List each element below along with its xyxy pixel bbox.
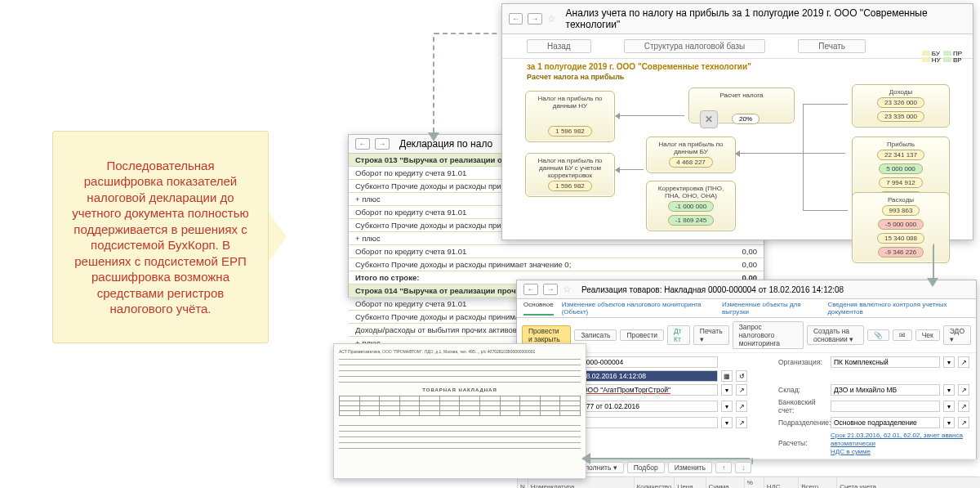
- pill-tax-bu-perm[interactable]: 1 596 982: [548, 181, 592, 191]
- box-income[interactable]: Доходы 23 326 000 23 335 000: [852, 84, 950, 128]
- legend: БУ ПР НУ ВР: [922, 50, 963, 63]
- invoice-header: ← → ☆ Реализация товаров: Накладная 0000…: [517, 280, 976, 299]
- attach-button[interactable]: 📎: [867, 329, 889, 341]
- post-button[interactable]: Провести: [620, 329, 664, 341]
- pill-income1[interactable]: 23 326 000: [877, 97, 924, 108]
- tab-changed-objects[interactable]: Измененные объекты для выгрузки: [722, 301, 819, 316]
- open-icon[interactable]: ↗: [958, 417, 969, 428]
- analysis-subtitle: Расчет налога на прибыль: [527, 73, 948, 81]
- mail-button[interactable]: ✉: [893, 329, 912, 341]
- settlements-link[interactable]: Срок 21.03.2016, 62.01, 62.02, зачет ава…: [831, 432, 963, 447]
- box-tax-bu[interactable]: Налог на прибыль по данным БУ 4 468 227: [646, 137, 736, 173]
- undo-icon[interactable]: ↺: [736, 370, 747, 382]
- nav-fwd-button[interactable]: →: [528, 13, 541, 25]
- contract-field[interactable]: [579, 401, 718, 412]
- number-field[interactable]: [579, 356, 718, 368]
- open-icon[interactable]: ↗: [736, 401, 747, 412]
- flow-arrow-icon: [581, 453, 590, 464]
- pill-tax-nu[interactable]: 1 596 982: [548, 126, 592, 137]
- flow-arrow-icon: [927, 278, 938, 287]
- contractor-field[interactable]: [579, 384, 718, 396]
- label-podr: Подразделение:: [778, 419, 827, 427]
- invoice-tabs: Основное Изменение объектов налогового м…: [517, 299, 976, 318]
- dr-cr-button[interactable]: Дт Кт: [667, 325, 690, 345]
- edo-button[interactable]: ЭДО ▾: [943, 325, 971, 345]
- print-title: ТОВАРНАЯ НАКЛАДНАЯ: [339, 387, 581, 392]
- calendar-icon[interactable]: ▦: [721, 370, 733, 382]
- bank-account-field[interactable]: [831, 401, 940, 412]
- label-calc: Расчеты:: [778, 439, 827, 447]
- date-field[interactable]: [579, 370, 718, 382]
- box-tax-nu[interactable]: Налог на прибыль по данным НУ 1 596 982: [525, 91, 615, 142]
- nav-back-button[interactable]: ←: [355, 138, 370, 150]
- create-based-on-button[interactable]: Создать на основании ▾: [807, 325, 864, 345]
- label-org: Организация:: [778, 358, 827, 366]
- open-icon[interactable]: ↗: [958, 384, 969, 396]
- post-and-close-button[interactable]: Провести и закрыть: [522, 325, 571, 345]
- dropdown-icon[interactable]: ▾: [721, 401, 733, 412]
- pill-profit3[interactable]: 7 994 912: [879, 177, 923, 188]
- open-icon[interactable]: ↗: [958, 401, 969, 412]
- pill-tax-bu[interactable]: 4 468 227: [669, 157, 713, 168]
- move-up-button[interactable]: ↑: [715, 462, 732, 473]
- box-tax-bu-perm[interactable]: Налог на прибыль по данным БУ с учетом к…: [525, 153, 615, 197]
- edit-button[interactable]: Изменить: [668, 462, 712, 473]
- dropdown-icon[interactable]: ▾: [943, 401, 955, 412]
- box-correction[interactable]: Корректировка (ПНО, ПНА, ОНО, ОНА) -1 00…: [646, 181, 736, 231]
- open-icon[interactable]: ↗: [736, 384, 747, 396]
- analysis-header: ← → ☆ Анализ учета по налогу на прибыль …: [502, 4, 973, 34]
- print-menu-button[interactable]: Печать ▾: [693, 325, 729, 345]
- dropdown-icon[interactable]: ▾: [943, 384, 955, 396]
- tax-base-structure-button[interactable]: Структура налоговой базы: [624, 39, 766, 53]
- dropdown-icon[interactable]: ▾: [721, 384, 733, 396]
- nav-fwd-button[interactable]: →: [375, 138, 390, 150]
- pill-exp2[interactable]: -5 000 000: [878, 219, 924, 230]
- callout-note: Последовательная расшифровка показателей…: [52, 131, 269, 343]
- tab-main[interactable]: Основное: [523, 301, 554, 316]
- warehouse-field[interactable]: [831, 384, 940, 396]
- analysis-toolbar: Назад Структура налоговой базы Печать: [502, 34, 973, 59]
- pill-rate[interactable]: 20%: [732, 114, 760, 124]
- dropdown-icon[interactable]: ▾: [721, 417, 733, 428]
- invoice-title: Реализация товаров: Накладная 0000-00000…: [581, 285, 844, 294]
- flow-arrow-icon: [428, 132, 439, 141]
- pill-profit1[interactable]: 22 341 137: [877, 150, 924, 160]
- callout-text: Последовательная расшифровка показателей…: [66, 158, 255, 317]
- open-icon[interactable]: ↗: [736, 417, 747, 428]
- save-button[interactable]: Записать: [574, 329, 617, 341]
- nds-link[interactable]: НДС в сумме: [831, 448, 871, 455]
- box-expense[interactable]: Расходы 993 863 -5 000 000 15 340 088 -9…: [852, 192, 950, 263]
- declaration-title: Декларация по нало: [399, 138, 492, 150]
- tab-currency-control[interactable]: Сведения валютного контроля учетных доку…: [827, 301, 969, 316]
- pill-income2[interactable]: 23 335 000: [877, 111, 924, 122]
- dropdown-icon[interactable]: ▾: [943, 417, 955, 428]
- back-button[interactable]: Назад: [527, 39, 591, 53]
- pill-corr2[interactable]: -1 869 245: [668, 215, 714, 226]
- receipt-button[interactable]: Чек: [915, 329, 940, 341]
- pill-exp4[interactable]: -9 346 226: [878, 247, 924, 257]
- tax-monitoring-request-button[interactable]: Запрос налогового мониторинга: [733, 321, 804, 349]
- favorite-icon[interactable]: ☆: [563, 284, 572, 295]
- print-button[interactable]: Печать: [798, 39, 866, 53]
- invoice-ref-field[interactable]: [579, 417, 718, 428]
- pill-exp3[interactable]: 15 340 088: [877, 233, 924, 244]
- department-field[interactable]: [831, 417, 940, 428]
- print-form-preview: АСТ Промавтоматика, ООО "ПРОМАВТОМ", ПДО…: [333, 343, 586, 479]
- org-field[interactable]: [831, 356, 940, 368]
- multiply-icon: ✕: [700, 110, 718, 128]
- pill-profit2[interactable]: 5 000 000: [879, 163, 923, 174]
- tab-monitoring-objects[interactable]: Изменение объектов налогового мониторинг…: [562, 301, 714, 316]
- dropdown-icon[interactable]: ▾: [943, 356, 955, 368]
- favorite-icon[interactable]: ☆: [547, 13, 556, 25]
- open-icon[interactable]: ↗: [958, 356, 969, 368]
- nav-back-button[interactable]: ←: [523, 284, 538, 295]
- move-down-button[interactable]: ↓: [735, 462, 751, 473]
- pill-exp1[interactable]: 993 863: [882, 205, 920, 216]
- pill-corr1[interactable]: -1 000 000: [668, 201, 714, 212]
- nav-back-button[interactable]: ←: [509, 13, 523, 25]
- nav-fwd-button[interactable]: →: [543, 284, 558, 295]
- analysis-subheader: за 1 полугодие 2019 г. ООО "Современные …: [502, 59, 973, 84]
- pick-button[interactable]: Подбор: [627, 462, 665, 473]
- table-header-row: N Номенклатура Количество Цена Сумма % Н…: [518, 477, 981, 489]
- label-bank: Банковский счет:: [778, 398, 827, 414]
